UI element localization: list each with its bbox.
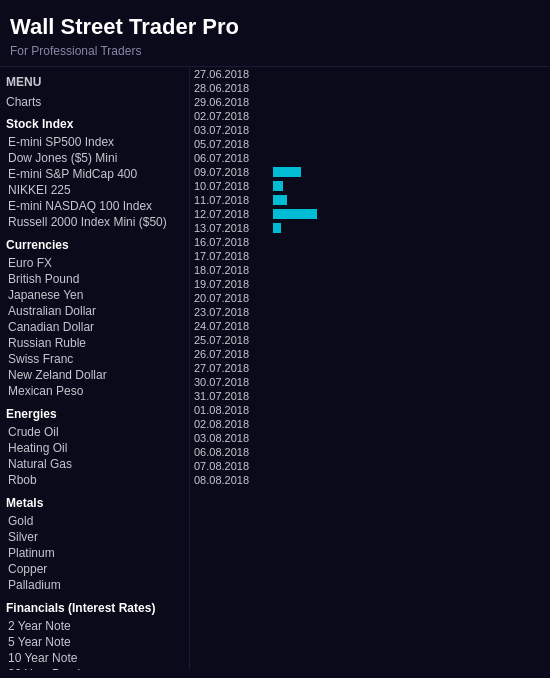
sidebar-section-title: Currencies [6, 238, 183, 252]
sidebar-item[interactable]: Euro FX [6, 255, 183, 271]
table-row: 29.06.2018 [190, 95, 550, 109]
sidebar-charts-link[interactable]: Charts [6, 95, 183, 109]
sidebar-item[interactable]: E-mini NASDAQ 100 Index [6, 198, 183, 214]
table-row: 25.07.2018 [190, 333, 550, 347]
sidebar-item[interactable]: Japanese Yen [6, 287, 183, 303]
date-cell: 03.07.2018 [190, 123, 269, 137]
date-cell: 17.07.2018 [190, 249, 269, 263]
table-row: 19.07.2018 [190, 277, 550, 291]
date-cell: 01.08.2018 [190, 403, 269, 417]
table-row: 23.07.2018 [190, 305, 550, 319]
table-row: 30.07.2018 [190, 375, 550, 389]
sidebar-item[interactable]: Rbob [6, 472, 183, 488]
sidebar-item[interactable]: Russell 2000 Index Mini ($50) [6, 214, 183, 230]
header: Wall Street Trader Pro For Professional … [0, 0, 550, 67]
date-cell: 27.07.2018 [190, 361, 269, 375]
bar-cell [269, 333, 550, 347]
date-cell: 09.07.2018 [190, 165, 269, 179]
bar-cell [269, 361, 550, 375]
sidebar-item[interactable]: Heating Oil [6, 440, 183, 456]
date-cell: 28.06.2018 [190, 81, 269, 95]
date-cell: 31.07.2018 [190, 389, 269, 403]
date-cell: 23.07.2018 [190, 305, 269, 319]
table-row: 06.07.2018 [190, 151, 550, 165]
date-cell: 18.07.2018 [190, 263, 269, 277]
table-row: 07.08.2018 [190, 459, 550, 473]
sidebar-item[interactable]: Silver [6, 529, 183, 545]
date-cell: 11.07.2018 [190, 193, 269, 207]
bar-cell [269, 319, 550, 333]
sidebar-item[interactable]: Australian Dollar [6, 303, 183, 319]
bar-cell [269, 151, 550, 165]
table-row: 02.08.2018 [190, 417, 550, 431]
sidebar-item[interactable]: British Pound [6, 271, 183, 287]
date-cell: 30.07.2018 [190, 375, 269, 389]
sidebar-item[interactable]: 2 Year Note [6, 618, 183, 634]
sidebar-item[interactable]: Mexican Peso [6, 383, 183, 399]
table-row: 11.07.2018 [190, 193, 550, 207]
table-row: 28.06.2018 [190, 81, 550, 95]
bar-cell [269, 389, 550, 403]
sidebar-item[interactable]: NIKKEI 225 [6, 182, 183, 198]
sidebar-item[interactable]: Platinum [6, 545, 183, 561]
sidebar-menu-label[interactable]: MENU [6, 75, 183, 89]
bar-cell [269, 417, 550, 431]
date-cell: 26.07.2018 [190, 347, 269, 361]
date-cell: 02.07.2018 [190, 109, 269, 123]
sidebar-item[interactable]: Crude Oil [6, 424, 183, 440]
sidebar-item[interactable]: 10 Year Note [6, 650, 183, 666]
table-row: 03.08.2018 [190, 431, 550, 445]
bar-segment [273, 195, 287, 205]
sidebar-item[interactable]: Russian Ruble [6, 335, 183, 351]
table-row: 26.07.2018 [190, 347, 550, 361]
bar-cell [269, 221, 550, 235]
sidebar-item[interactable]: E-mini S&P MidCap 400 [6, 166, 183, 182]
date-cell: 27.06.2018 [190, 67, 269, 81]
sidebar-section-title: Financials (Interest Rates) [6, 601, 183, 615]
bar-segment [273, 181, 283, 191]
date-cell: 03.08.2018 [190, 431, 269, 445]
bar-cell [269, 193, 550, 207]
table-row: 31.07.2018 [190, 389, 550, 403]
sidebar-item[interactable]: 5 Year Note [6, 634, 183, 650]
main-layout: MENU Charts Stock IndexE-mini SP500 Inde… [0, 67, 550, 670]
date-cell: 24.07.2018 [190, 319, 269, 333]
table-row: 27.06.2018 [190, 67, 550, 81]
date-cell: 12.07.2018 [190, 207, 269, 221]
sidebar-item[interactable]: Natural Gas [6, 456, 183, 472]
date-cell: 08.08.2018 [190, 473, 269, 487]
sidebar-item[interactable]: Dow Jones ($5) Mini [6, 150, 183, 166]
sidebar-item[interactable]: Gold [6, 513, 183, 529]
date-cell: 02.08.2018 [190, 417, 269, 431]
sidebar-item[interactable]: Palladium [6, 577, 183, 593]
date-cell: 06.08.2018 [190, 445, 269, 459]
table-row: 13.07.2018 [190, 221, 550, 235]
bar-cell [269, 109, 550, 123]
sidebar-item[interactable]: Canadian Dollar [6, 319, 183, 335]
bar-cell [269, 403, 550, 417]
table-row: 24.07.2018 [190, 319, 550, 333]
bar-cell [269, 473, 550, 487]
bar-cell [269, 347, 550, 361]
bar-cell [269, 249, 550, 263]
date-cell: 25.07.2018 [190, 333, 269, 347]
table-row: 06.08.2018 [190, 445, 550, 459]
sidebar-item[interactable]: E-mini SP500 Index [6, 134, 183, 150]
bar-cell [269, 263, 550, 277]
date-cell: 05.07.2018 [190, 137, 269, 151]
date-cell: 13.07.2018 [190, 221, 269, 235]
bar-segment [273, 223, 281, 233]
table-row: 01.08.2018 [190, 403, 550, 417]
date-cell: 10.07.2018 [190, 179, 269, 193]
bar-cell [269, 67, 550, 81]
sidebar-item[interactable]: 30 Year Bond [6, 666, 183, 670]
bar-cell [269, 207, 550, 221]
sidebar-section-title: Energies [6, 407, 183, 421]
table-row: 16.07.2018 [190, 235, 550, 249]
table-row: 09.07.2018 [190, 165, 550, 179]
sidebar-item[interactable]: Copper [6, 561, 183, 577]
bar-cell [269, 179, 550, 193]
sidebar-item[interactable]: Swiss Franc [6, 351, 183, 367]
sidebar-item[interactable]: New Zeland Dollar [6, 367, 183, 383]
table-row: 27.07.2018 [190, 361, 550, 375]
